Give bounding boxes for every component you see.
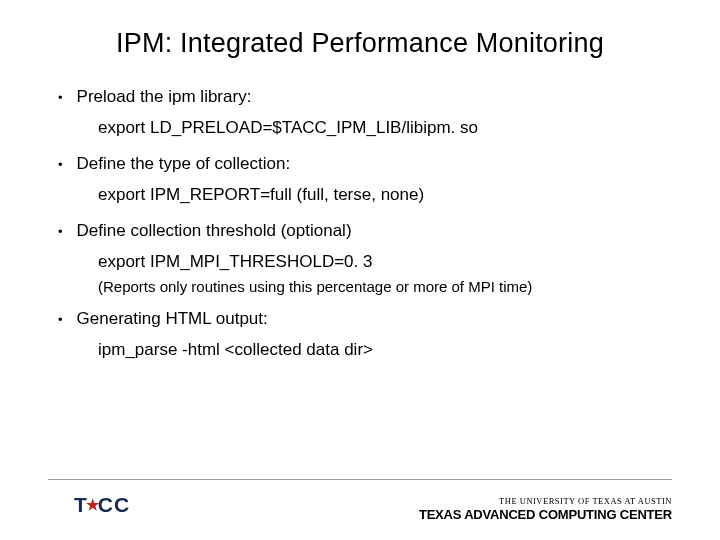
bullet-text: Define the type of collection:: [77, 154, 291, 174]
bullet-icon: •: [58, 88, 63, 108]
bullet-sub: export LD_PRELOAD=$TACC_IPM_LIB/libipm. …: [98, 118, 672, 138]
slide-title: IPM: Integrated Performance Monitoring: [48, 28, 672, 59]
tacc-logo-box: T CC: [48, 488, 156, 522]
footer: T CC THE UNIVERSITY OF TEXAS AT AUSTIN T…: [48, 479, 672, 522]
bullet-icon: •: [58, 310, 63, 330]
bullet-sub: export IPM_MPI_THRESHOLD=0. 3: [98, 252, 672, 272]
slide: IPM: Integrated Performance Monitoring •…: [0, 0, 720, 540]
ut-affiliation: THE UNIVERSITY OF TEXAS AT AUSTIN: [419, 496, 672, 506]
tacc-logo: T CC: [48, 488, 156, 522]
footer-row: T CC THE UNIVERSITY OF TEXAS AT AUSTIN T…: [48, 488, 672, 522]
bullet-icon: •: [58, 222, 63, 242]
bullet-sub: ipm_parse -html <collected data dir>: [98, 340, 672, 360]
bullet-text: Preload the ipm library:: [77, 87, 252, 107]
bullet-text: Generating HTML output:: [77, 309, 268, 329]
bullet-row: • Generating HTML output:: [58, 309, 672, 330]
bullet-row: • Preload the ipm library:: [58, 87, 672, 108]
list-item: • Define the type of collection: export …: [58, 154, 672, 205]
bullet-text: Define collection threshold (optional): [77, 221, 352, 241]
bullet-list: • Preload the ipm library: export LD_PRE…: [58, 87, 672, 360]
bullet-sub-note: (Reports only routines using this percen…: [98, 278, 672, 295]
tacc-logo-t: T: [74, 493, 88, 517]
ut-block: THE UNIVERSITY OF TEXAS AT AUSTIN TEXAS …: [419, 496, 672, 522]
tacc-logo-cc: CC: [98, 493, 130, 517]
bullet-row: • Define collection threshold (optional): [58, 221, 672, 242]
list-item: • Preload the ipm library: export LD_PRE…: [58, 87, 672, 138]
list-item: • Generating HTML output: ipm_parse -htm…: [58, 309, 672, 360]
list-item: • Define collection threshold (optional)…: [58, 221, 672, 295]
bullet-sub: export IPM_REPORT=full (full, terse, non…: [98, 185, 672, 205]
bullet-icon: •: [58, 155, 63, 175]
footer-divider: [48, 479, 672, 480]
bullet-row: • Define the type of collection:: [58, 154, 672, 175]
ut-center-name: TEXAS ADVANCED COMPUTING CENTER: [419, 507, 672, 522]
